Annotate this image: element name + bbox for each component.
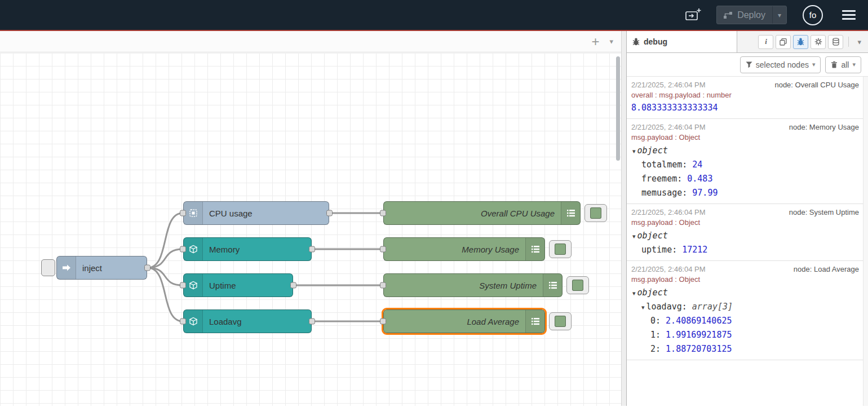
- object-key: memusage: [641, 188, 692, 198]
- debug-tab-button[interactable]: [793, 35, 808, 49]
- config-tab-button[interactable]: [811, 35, 826, 49]
- node-system-uptime[interactable]: System Uptime: [383, 273, 563, 297]
- node-label: Loadavg: [203, 310, 311, 333]
- deploy-options-button[interactable]: ▾: [772, 6, 786, 24]
- node-uptime[interactable]: Uptime: [183, 273, 293, 297]
- deploy-label: Deploy: [737, 10, 765, 20]
- input-port[interactable]: [380, 210, 386, 216]
- input-port[interactable]: [180, 246, 186, 253]
- main-menu-icon[interactable]: [840, 8, 858, 22]
- sidebar-menu-button[interactable]: ▾: [854, 38, 865, 46]
- node-overall-cpu-usage[interactable]: Overall CPU Usage: [383, 201, 581, 225]
- collapse-caret-icon[interactable]: ▾: [632, 290, 636, 297]
- header: Deploy ▾ fo: [0, 0, 868, 31]
- cube-icon: [184, 238, 203, 260]
- node-memory[interactable]: Memory: [183, 237, 312, 261]
- node-cpu-usage[interactable]: CPU usage: [183, 201, 329, 225]
- collapse-caret-icon[interactable]: ▾: [632, 148, 636, 155]
- input-port[interactable]: [180, 210, 186, 216]
- object-key: totalmem: [641, 160, 692, 170]
- inject-arrow-icon: [57, 256, 76, 279]
- workspace: + ▾ inject: [0, 31, 868, 406]
- wire[interactable]: [148, 268, 183, 285]
- node-inject[interactable]: inject: [56, 256, 147, 280]
- message-timestamp: 2/21/2025, 2:46:04 PM: [631, 208, 706, 216]
- wire[interactable]: [148, 249, 183, 268]
- debug-message[interactable]: 2/21/2025, 2:46:04 PM node: Memory Usage…: [627, 119, 868, 204]
- output-port[interactable]: [326, 210, 333, 216]
- debug-toggle-button[interactable]: [584, 204, 607, 222]
- debug-list-icon: [525, 238, 544, 260]
- node-label: Overall CPU Usage: [384, 202, 561, 224]
- funnel-icon: [746, 61, 752, 68]
- object-label: object: [637, 231, 668, 241]
- node-label: Load Average: [384, 310, 525, 333]
- input-port[interactable]: [380, 318, 386, 325]
- cpu-icon: [184, 202, 203, 224]
- trash-icon: [831, 61, 838, 68]
- sidebar-scrollbar[interactable]: [863, 77, 868, 406]
- object-key: freemem: [641, 174, 687, 184]
- add-flow-button[interactable]: +: [591, 35, 599, 48]
- collapse-caret-icon[interactable]: ▾: [632, 233, 636, 240]
- sidebar-tabbar: debug i ▾: [627, 31, 868, 53]
- canvas-scrollbar[interactable]: [616, 56, 620, 161]
- info-tab-button[interactable]: i: [758, 35, 773, 49]
- collapse-caret-icon[interactable]: ▾: [641, 304, 645, 311]
- context-tab-button[interactable]: [828, 35, 843, 49]
- message-node: node: System Uptime: [789, 208, 859, 216]
- help-docs-icon: [780, 38, 787, 46]
- avatar-initials: fo: [809, 10, 817, 20]
- chevron-down-icon: ▾: [852, 61, 856, 68]
- flow-list-button[interactable]: ▾: [609, 37, 613, 46]
- input-port[interactable]: [180, 318, 186, 325]
- node-loadavg[interactable]: Loadavg: [183, 309, 312, 333]
- gear-icon: [814, 38, 822, 46]
- object-label: object: [637, 287, 668, 298]
- object-value: 17212: [682, 245, 707, 255]
- bug-icon: [632, 38, 640, 46]
- clear-label: all: [841, 60, 849, 69]
- input-port[interactable]: [180, 282, 186, 289]
- message-path: msg.payload : Object: [631, 133, 859, 141]
- filter-label: selected nodes: [756, 60, 809, 69]
- message-value: 8.083333333333334: [631, 103, 859, 113]
- object-key: uptime: [641, 245, 682, 255]
- node-label: Uptime: [203, 274, 293, 297]
- bug-icon: [797, 38, 804, 46]
- sidebar-resize-handle[interactable]: [621, 31, 627, 406]
- array-index: 0: [650, 316, 666, 326]
- deploy-icon: [724, 11, 733, 19]
- input-port[interactable]: [380, 246, 386, 253]
- debug-toggle-button[interactable]: [566, 276, 589, 294]
- output-port[interactable]: [309, 246, 315, 253]
- array-value: 1.99169921875: [666, 330, 732, 340]
- output-port[interactable]: [290, 282, 296, 289]
- object-label: object: [637, 145, 668, 156]
- output-port[interactable]: [144, 265, 150, 271]
- debug-message[interactable]: 2/21/2025, 2:46:04 PM node: Overall CPU …: [627, 77, 868, 119]
- message-node: node: Memory Usage: [789, 123, 859, 131]
- object-value: 0.483: [687, 174, 712, 184]
- assistant-icon[interactable]: [685, 8, 702, 23]
- inject-trigger-button[interactable]: [41, 259, 55, 276]
- node-load-average[interactable]: Load Average: [383, 309, 545, 333]
- help-tab-button[interactable]: [776, 35, 791, 49]
- debug-message[interactable]: 2/21/2025, 2:46:04 PM node: System Uptim…: [627, 204, 868, 261]
- deploy-button[interactable]: Deploy ▾: [716, 6, 787, 24]
- canvas-grid[interactable]: inject CPU usage Memory: [0, 53, 621, 406]
- tab-debug[interactable]: debug: [627, 31, 737, 52]
- input-port[interactable]: [380, 282, 386, 289]
- database-icon: [832, 38, 840, 46]
- node-memory-usage[interactable]: Memory Usage: [383, 237, 545, 261]
- clear-button[interactable]: all ▾: [825, 56, 861, 73]
- user-avatar[interactable]: fo: [803, 5, 823, 25]
- message-timestamp: 2/21/2025, 2:46:04 PM: [631, 265, 706, 273]
- debug-message[interactable]: 2/21/2025, 2:46:04 PM node: Load Average…: [627, 261, 868, 360]
- array-index: 2: [650, 344, 666, 354]
- debug-toggle-button[interactable]: [549, 240, 572, 258]
- debug-toggle-button[interactable]: [549, 312, 572, 330]
- filter-button[interactable]: selected nodes ▾: [740, 56, 821, 73]
- output-port[interactable]: [309, 318, 315, 325]
- array-type: array[3]: [692, 302, 733, 312]
